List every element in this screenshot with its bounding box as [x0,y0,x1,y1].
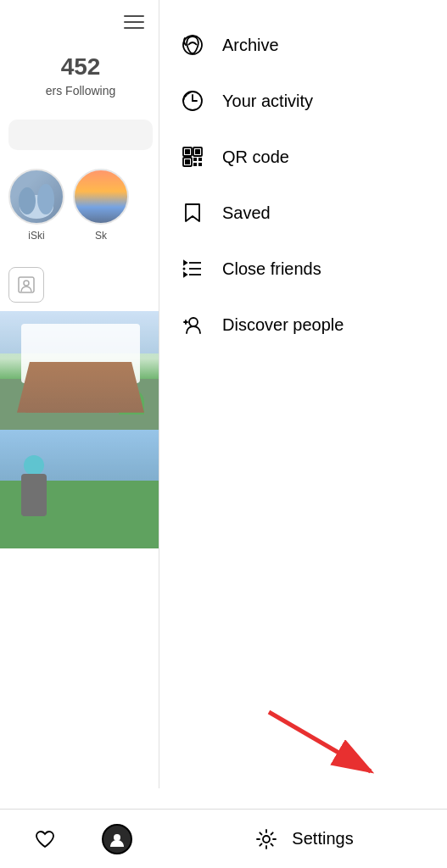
menu-item-qr-code[interactable]: QR code [159,129,447,185]
settings-label: Settings [292,829,353,849]
svg-line-24 [269,712,371,771]
svg-point-26 [263,836,270,843]
svg-rect-9 [185,159,190,164]
svg-rect-13 [198,163,202,166]
menu-item-your-activity[interactable]: Your activity [159,73,447,129]
menu-item-saved[interactable]: Saved [159,185,447,241]
saved-label: Saved [222,203,271,223]
qr-icon [180,144,205,170]
discover-icon [180,312,205,337]
bottom-bar: Settings [0,809,447,868]
menu-item-discover-people[interactable]: Discover people [159,297,447,353]
archive-icon [180,32,205,58]
svg-point-18 [183,268,186,270]
red-arrow [260,704,396,792]
menu-item-archive[interactable]: Archive [159,17,447,73]
your-activity-label: Your activity [222,92,313,111]
svg-point-20 [189,318,198,326]
profile-button[interactable] [102,824,132,854]
discover-people-label: Discover people [222,315,344,335]
heart-button[interactable] [30,824,60,854]
svg-rect-11 [198,158,202,161]
saved-icon [180,200,205,225]
svg-point-25 [114,834,120,841]
bottom-nav-right: Settings [161,827,447,851]
svg-rect-12 [193,163,197,166]
activity-icon [180,88,205,114]
svg-rect-10 [193,158,197,161]
dropdown-menu: Archive Your activity [159,0,447,788]
close-friends-icon [180,256,205,281]
dropdown-backdrop[interactable] [0,0,161,763]
svg-rect-7 [195,149,200,154]
gear-icon[interactable] [254,827,278,851]
qr-code-label: QR code [222,147,289,167]
menu-item-close-friends[interactable]: Close friends [159,241,447,297]
archive-label: Archive [222,36,279,55]
bottom-nav-left [0,824,161,854]
svg-marker-19 [184,273,187,276]
close-friends-label: Close friends [222,259,321,279]
svg-marker-17 [184,261,187,264]
svg-rect-5 [185,149,190,154]
